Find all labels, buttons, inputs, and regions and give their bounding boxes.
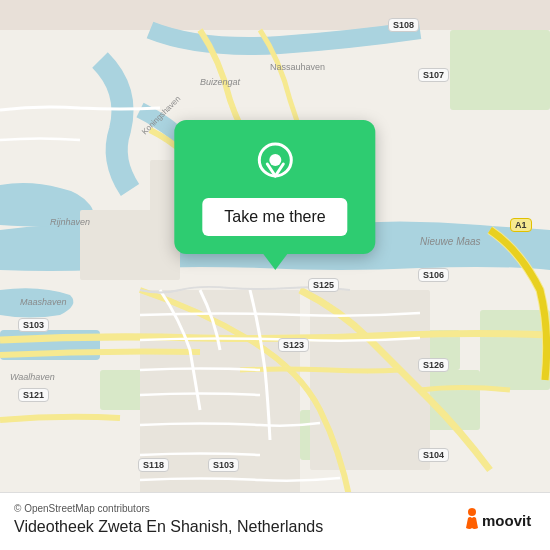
road-badge-s103-bottom: S103 <box>208 458 239 472</box>
svg-text:Nieuwe Maas: Nieuwe Maas <box>420 236 481 247</box>
road-badge-a1: A1 <box>510 218 532 232</box>
road-badge-s106: S106 <box>418 268 449 282</box>
road-badge-s103-left: S103 <box>18 318 49 332</box>
bottom-bar: © OpenStreetMap contributors Videotheek … <box>0 492 550 550</box>
svg-text:moovit: moovit <box>482 512 531 529</box>
road-badge-s123: S123 <box>278 338 309 352</box>
location-name: Videotheek Zweta En Shanish, Netherlands <box>14 518 323 536</box>
svg-point-22 <box>468 508 476 516</box>
road-badge-s121: S121 <box>18 388 49 402</box>
road-badge-s108: S108 <box>388 18 419 32</box>
map-svg: Nieuwe Maas Nieuwe Maas Buizengat Rijnha… <box>0 0 550 550</box>
popup-card: Take me there <box>174 120 375 254</box>
attribution-text: © OpenStreetMap contributors <box>14 503 536 514</box>
road-badge-s107: S107 <box>418 68 449 82</box>
svg-rect-5 <box>450 30 550 110</box>
road-badge-s104: S104 <box>418 448 449 462</box>
svg-text:Waalhaven: Waalhaven <box>10 372 55 382</box>
road-badge-s126: S126 <box>418 358 449 372</box>
take-me-there-button[interactable]: Take me there <box>202 198 347 236</box>
road-badge-s118: S118 <box>138 458 169 472</box>
svg-text:Buizengat: Buizengat <box>200 77 241 87</box>
svg-text:Maashaven: Maashaven <box>20 297 67 307</box>
road-badge-s125: S125 <box>308 278 339 292</box>
moovit-logo: moovit <box>464 506 536 534</box>
location-pin-icon <box>253 142 297 186</box>
svg-text:Nassauhaven: Nassauhaven <box>270 62 325 72</box>
svg-rect-7 <box>480 310 550 390</box>
svg-text:Rijnhaven: Rijnhaven <box>50 217 90 227</box>
map-container: Nieuwe Maas Nieuwe Maas Buizengat Rijnha… <box>0 0 550 550</box>
svg-rect-10 <box>80 210 180 280</box>
svg-point-21 <box>269 154 281 166</box>
